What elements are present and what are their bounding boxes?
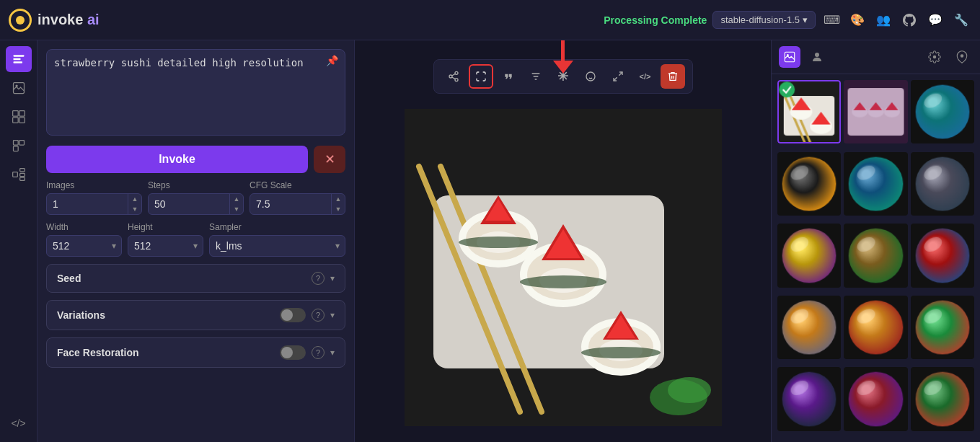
- main-layout: </> 📌 Invoke ✕ Images ▲ ▼: [0, 40, 980, 442]
- gallery-item[interactable]: [777, 367, 841, 430]
- left-icon-bar: </>: [0, 40, 37, 442]
- svg-rect-8: [19, 118, 25, 123]
- prompt-input[interactable]: [46, 49, 345, 136]
- height-select[interactable]: 512 768 1024: [128, 235, 203, 257]
- sidebar-item-variations[interactable]: [6, 162, 32, 187]
- seed-help-icon[interactable]: ?: [312, 272, 325, 285]
- images-spin-up[interactable]: ▲: [128, 194, 141, 204]
- gallery-item[interactable]: [844, 367, 907, 430]
- keyboard-icon[interactable]: ⌨: [821, 10, 842, 30]
- cfg-input[interactable]: [250, 194, 331, 214]
- variations-help-icon[interactable]: ?: [312, 309, 325, 322]
- sampler-label: Sampler: [209, 222, 345, 232]
- gallery-item[interactable]: [777, 224, 841, 287]
- gallery-item[interactable]: [844, 296, 907, 359]
- gallery-item[interactable]: [844, 80, 907, 143]
- gallery-item[interactable]: [777, 80, 841, 143]
- face-restoration-toggle[interactable]: [280, 345, 306, 360]
- images-label: Images: [46, 180, 142, 190]
- seed-label-group: Seed: [57, 273, 81, 284]
- variations-toggle[interactable]: [280, 308, 306, 322]
- sampler-group: Sampler k_lms k_euler ddim: [209, 222, 345, 257]
- cfg-spin-up[interactable]: ▲: [332, 194, 345, 204]
- sidebar-item-image[interactable]: [6, 75, 32, 101]
- gallery-grid: [772, 74, 980, 442]
- delete-button[interactable]: [661, 64, 685, 89]
- filter-button[interactable]: [524, 64, 548, 89]
- prompt-area: 📌: [46, 49, 345, 138]
- images-input-row: ▲ ▼: [46, 193, 142, 215]
- gallery-item[interactable]: [911, 296, 974, 359]
- pin-icon[interactable]: 📌: [326, 55, 338, 66]
- wrench-icon[interactable]: 🔧: [951, 10, 971, 30]
- face-restoration-label-group: Face Restoration: [57, 347, 139, 358]
- steps-input-row: ▲ ▼: [148, 193, 244, 215]
- images-input[interactable]: [47, 194, 128, 214]
- steps-spin-down[interactable]: ▼: [230, 204, 243, 214]
- cancel-button[interactable]: ✕: [314, 146, 345, 173]
- gallery-item[interactable]: [911, 80, 974, 143]
- users-icon[interactable]: 👥: [873, 10, 893, 30]
- images-spin-down[interactable]: ▼: [128, 204, 141, 214]
- topbar: invoke ai Processing Complete stable-dif…: [0, 0, 980, 40]
- tab-settings[interactable]: [924, 46, 945, 68]
- gallery-item[interactable]: [911, 224, 974, 287]
- face-restoration-section[interactable]: Face Restoration ? ▾: [46, 337, 345, 368]
- steps-spin-up[interactable]: ▲: [230, 194, 243, 204]
- gallery-item[interactable]: [911, 367, 974, 430]
- tab-user[interactable]: [806, 46, 828, 68]
- steps-group: Steps ▲ ▼: [148, 180, 244, 215]
- model-selector[interactable]: stable-diffusion-1.5 ▾: [712, 11, 816, 29]
- svg-rect-7: [12, 118, 18, 123]
- tab-images[interactable]: [779, 46, 800, 68]
- gallery-item[interactable]: [777, 152, 841, 216]
- face-restoration-help-icon[interactable]: ?: [312, 346, 325, 359]
- palette-icon[interactable]: 🎨: [847, 10, 868, 30]
- gallery-item[interactable]: [911, 152, 974, 216]
- face-button[interactable]: [578, 64, 603, 89]
- github-icon[interactable]: [899, 10, 919, 30]
- gallery-item[interactable]: [777, 296, 841, 359]
- gallery-item[interactable]: [844, 224, 907, 287]
- gallery-item[interactable]: [844, 152, 907, 216]
- svg-point-18: [455, 79, 458, 81]
- height-group: Height 512 768 1024: [128, 222, 203, 257]
- variations-section[interactable]: Variations ? ▾: [46, 300, 345, 330]
- svg-rect-13: [19, 169, 25, 172]
- status-badge: Processing Complete: [604, 14, 707, 26]
- cfg-spin-down[interactable]: ▼: [332, 204, 345, 214]
- use-prompt-button[interactable]: [496, 64, 521, 89]
- expand-button[interactable]: [606, 64, 630, 89]
- params-row-1: Images ▲ ▼ Steps ▲ ▼: [46, 180, 345, 215]
- face-restoration-chevron-icon: ▾: [330, 348, 335, 358]
- code-button[interactable]: </>: [633, 64, 658, 89]
- arrow-stem: [561, 40, 565, 61]
- sidebar-item-code[interactable]: </>: [6, 410, 32, 436]
- sidebar-item-text[interactable]: [6, 46, 32, 72]
- center-area: ✳ </>: [355, 40, 771, 442]
- tab-pin[interactable]: [951, 46, 973, 68]
- svg-point-45: [581, 347, 661, 358]
- width-select[interactable]: 512 768 1024: [46, 235, 122, 257]
- logo-text: invoke ai: [37, 12, 100, 28]
- share-button[interactable]: [441, 64, 466, 89]
- cfg-spinners: ▲ ▼: [331, 194, 345, 214]
- invoke-button[interactable]: Invoke: [46, 146, 308, 173]
- svg-rect-14: [19, 173, 25, 176]
- sidebar-item-compose[interactable]: [6, 133, 32, 159]
- cfg-group: CFG Scale ▲ ▼: [250, 180, 345, 215]
- discord-icon[interactable]: 💬: [925, 10, 945, 30]
- sampler-select[interactable]: k_lms k_euler ddim: [209, 235, 345, 257]
- svg-rect-9: [13, 141, 18, 146]
- steps-input[interactable]: [149, 194, 229, 214]
- svg-rect-11: [13, 146, 18, 151]
- svg-point-44: [520, 275, 606, 288]
- svg-rect-6: [19, 111, 25, 117]
- main-image-container: [362, 100, 764, 435]
- svg-point-43: [459, 237, 538, 248]
- sidebar-item-gallery[interactable]: [6, 104, 32, 130]
- seed-section[interactable]: Seed ? ▾: [46, 264, 345, 293]
- svg-rect-15: [19, 177, 25, 180]
- fit-screen-button[interactable]: [469, 64, 493, 89]
- sushi-svg: [405, 109, 722, 426]
